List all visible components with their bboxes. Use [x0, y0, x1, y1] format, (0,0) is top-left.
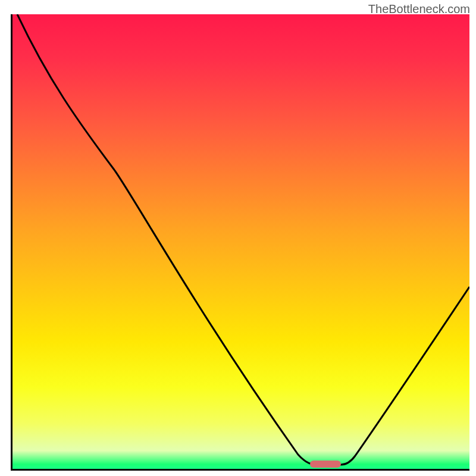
optimal-marker	[310, 461, 341, 468]
plot-area	[11, 14, 469, 471]
watermark-text: TheBottleneck.com	[368, 2, 470, 16]
curve-svg	[12, 14, 469, 469]
bottleneck-curve	[17, 14, 469, 465]
